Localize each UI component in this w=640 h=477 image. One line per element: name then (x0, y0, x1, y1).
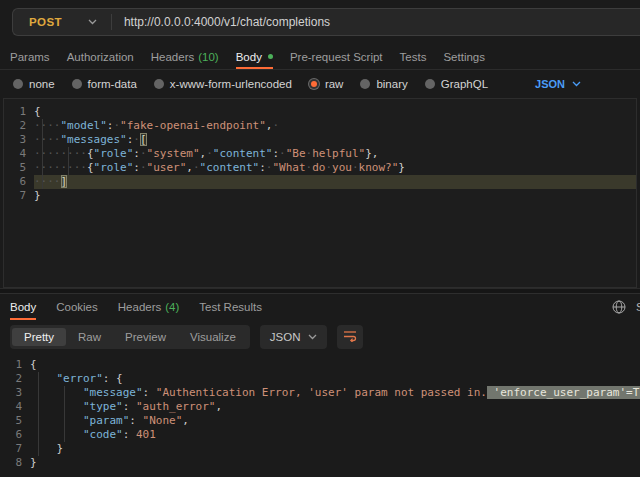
code-line[interactable]: 3 "message": "Authentication Error, 'use… (0, 386, 640, 400)
response-toolbar: Pretty Raw Preview Visualize JSON (0, 320, 640, 354)
wrap-lines-button[interactable] (337, 325, 363, 349)
code-token: you (332, 161, 352, 174)
response-headers-count-badge: (4) (165, 301, 179, 313)
view-visualize-button[interactable]: Visualize (178, 328, 248, 346)
code-content: "type": "auth_error", (30, 400, 640, 414)
code-line[interactable]: 6····] (4, 175, 636, 189)
code-content: { (30, 358, 640, 372)
code-content: ····] (34, 175, 636, 189)
code-token: "None" (143, 414, 183, 427)
code-token: ···· (34, 175, 61, 188)
tab-params[interactable]: Params (10, 44, 50, 69)
radio-icon (360, 79, 370, 89)
code-token: "Be (286, 147, 306, 160)
code-line[interactable]: 4 "type": "auth_error", (0, 400, 640, 414)
code-content: ····"model":·"fake-openai-endpoint",· (34, 119, 636, 133)
response-tab-body[interactable]: Body (10, 294, 36, 320)
code-line[interactable]: 5········{"role":·"user",·"content":·"Wh… (4, 161, 636, 175)
code-line[interactable]: 6 "code": 401 (0, 428, 640, 442)
body-type-urlencoded[interactable]: x-www-form-urlencoded (154, 78, 292, 90)
code-token: "message" (83, 386, 143, 399)
response-tab-test-results[interactable]: Test Results (199, 294, 262, 320)
code-token: "user" (147, 161, 187, 174)
response-tab-cookies[interactable]: Cookies (56, 294, 98, 320)
body-type-binary[interactable]: binary (360, 78, 407, 90)
request-language-dropdown[interactable]: JSON (535, 78, 581, 90)
code-token: : (123, 428, 136, 441)
line-number: 6 (0, 428, 22, 442)
code-line[interactable]: 3····"messages":·[ (4, 133, 636, 147)
radio-selected-icon (309, 79, 319, 89)
view-preview-button[interactable]: Preview (113, 328, 178, 346)
view-pretty-button[interactable]: Pretty (12, 328, 66, 346)
code-token: · (193, 161, 200, 174)
code-token: "role" (94, 161, 134, 174)
code-token: { (34, 105, 41, 118)
indent-guide (64, 386, 65, 442)
code-token: { (30, 358, 37, 371)
code-token: } (30, 442, 63, 455)
response-language-dropdown[interactable]: JSON (260, 325, 328, 349)
body-type-form-data[interactable]: form-data (72, 78, 137, 90)
code-token: · (206, 147, 213, 160)
body-type-graphql[interactable]: GraphQL (425, 78, 488, 90)
code-token (30, 372, 57, 385)
line-number: 3 (4, 133, 26, 147)
code-content: "message": "Authentication Error, 'user'… (30, 386, 640, 400)
response-tab-headers[interactable]: Headers(4) (118, 294, 180, 320)
tab-tests[interactable]: Tests (400, 44, 427, 69)
code-content: ········{"role":·"user",·"content":·"Wha… (34, 161, 636, 175)
code-token: · (133, 133, 140, 146)
code-line[interactable]: 8} (0, 456, 640, 470)
tab-authorization[interactable]: Authorization (67, 44, 134, 69)
code-token: "param" (83, 414, 129, 427)
code-line[interactable]: 7 } (0, 442, 640, 456)
tab-body[interactable]: Body (236, 44, 273, 69)
line-number: 4 (0, 400, 22, 414)
code-token: helpful" (312, 147, 365, 160)
code-token: · (140, 147, 147, 160)
line-number: 5 (4, 161, 26, 175)
method-dropdown[interactable]: POST (13, 16, 111, 28)
view-raw-button[interactable]: Raw (66, 328, 113, 346)
code-line[interactable]: 2 "error": { (0, 372, 640, 386)
line-number: 2 (4, 119, 26, 133)
code-token: "fake-openai-endpoint" (120, 119, 266, 132)
request-body-editor[interactable]: 1{2····"model":·"fake-openai-endpoint",·… (3, 98, 637, 288)
code-content: ····"messages":·[ (34, 133, 636, 147)
body-modified-dot-icon (268, 54, 273, 59)
code-token: · (272, 119, 279, 132)
code-token: : (123, 400, 136, 413)
code-line[interactable]: 2····"model":·"fake-openai-endpoint",· (4, 119, 636, 133)
headers-count-badge: (10) (198, 51, 218, 63)
code-token: "messages" (61, 133, 127, 146)
radio-icon (425, 79, 435, 89)
tab-pre-request-script[interactable]: Pre-request Script (290, 44, 383, 69)
code-token: : (143, 386, 156, 399)
code-token: do (312, 161, 325, 174)
code-line[interactable]: 1{ (0, 358, 640, 372)
url-input[interactable] (112, 15, 640, 29)
code-token: "system" (147, 147, 200, 160)
code-token: { (87, 161, 94, 174)
code-line[interactable]: 5 "param": "None", (0, 414, 640, 428)
code-line[interactable]: 7} (4, 189, 636, 203)
code-token: : (133, 147, 140, 160)
code-token: · (279, 147, 286, 160)
radio-icon (72, 79, 82, 89)
code-line[interactable]: 1{ (4, 105, 636, 119)
code-token: , (182, 414, 189, 427)
tab-headers[interactable]: Headers(10) (151, 44, 219, 69)
code-token: · (352, 161, 359, 174)
code-line[interactable]: 4········{"role":·"system",·"content":·"… (4, 147, 636, 161)
tab-settings[interactable]: Settings (443, 44, 485, 69)
response-body-viewer[interactable]: 1{2 "error": {3 "message": "Authenticati… (0, 354, 640, 476)
line-number: 4 (4, 147, 26, 161)
request-url-bar: POST (0, 0, 640, 44)
body-type-none[interactable]: none (13, 78, 55, 90)
indent-guide (38, 372, 39, 456)
line-number: 5 (0, 414, 22, 428)
globe-icon[interactable] (612, 300, 626, 314)
body-type-raw[interactable]: raw (309, 78, 344, 90)
code-token: · (140, 161, 147, 174)
